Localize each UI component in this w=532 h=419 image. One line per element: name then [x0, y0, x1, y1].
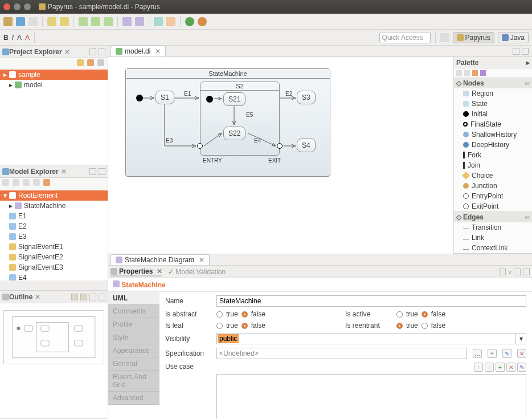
debug-icon[interactable] [198, 17, 207, 26]
add-button[interactable]: + [488, 349, 497, 358]
project-node-sample[interactable]: ▸ sample [0, 70, 108, 80]
palette-collapse-icon[interactable]: ▸ [526, 59, 530, 67]
palette-item[interactable]: Junction [454, 181, 532, 191]
state-s3[interactable]: S3 [297, 91, 316, 104]
palette-section-nodes[interactable]: ◇Nodes∞ [454, 78, 532, 88]
sidetab-profile[interactable]: Profile [108, 318, 159, 331]
me-tool-icon[interactable] [13, 179, 19, 186]
zoom-icon[interactable] [154, 17, 163, 26]
radio-abstract-true[interactable] [216, 311, 223, 318]
sidetab-general[interactable]: General [108, 357, 159, 371]
palette-item[interactable]: FinalState [454, 119, 532, 129]
edit-button[interactable]: ✎ [517, 363, 526, 372]
exit-point[interactable] [277, 143, 283, 149]
palette-item[interactable]: ContextLink [454, 243, 532, 253]
save-icon[interactable] [16, 17, 25, 26]
editor-tab-model[interactable]: model.di ✕ [111, 46, 166, 56]
up-button[interactable]: ↑ [474, 363, 483, 372]
close-tab-icon[interactable]: ✕ [199, 256, 204, 264]
sidetab-rulers[interactable]: Rulers And Grid [108, 371, 159, 392]
me-tool-icon[interactable] [23, 179, 30, 186]
palette-item[interactable]: DeepHistory [454, 140, 532, 150]
add-button[interactable]: + [496, 363, 505, 372]
palette-item[interactable]: Join [454, 160, 532, 170]
close-view-icon[interactable]: ✕ [64, 48, 70, 56]
palette-item[interactable]: Choice [454, 170, 532, 181]
marquee-tool-icon[interactable] [464, 70, 470, 76]
tab-properties[interactable]: Properties ✕ [111, 267, 162, 276]
diagram-tab[interactable]: StateMachine Diagram ✕ [111, 254, 210, 265]
sidetab-advanced[interactable]: Advanced [108, 392, 159, 405]
tab-model-validation[interactable]: ✓ Model Validation [168, 268, 226, 276]
note-tool-icon[interactable] [480, 70, 486, 76]
entry-point[interactable] [197, 143, 203, 149]
palette-item[interactable]: Fork [454, 150, 532, 160]
window-maximize-icon[interactable] [24, 3, 31, 10]
maximize-view-icon[interactable] [99, 168, 105, 175]
project-node-model[interactable]: ▸ model [0, 80, 108, 90]
outline-tree-icon[interactable] [71, 294, 78, 300]
minimize-view-icon[interactable] [89, 48, 96, 55]
minimize-view-icon[interactable] [89, 294, 96, 300]
new-view-icon[interactable] [499, 269, 506, 275]
palette-item[interactable]: Initial [454, 109, 532, 119]
palette-item[interactable]: ShallowHistory [454, 129, 532, 140]
close-tab-icon[interactable]: ✕ [155, 47, 161, 55]
sidetab-uml[interactable]: UML [108, 292, 159, 305]
browse-button[interactable]: … [473, 349, 482, 358]
model-root-node[interactable]: ▾ RootElement [0, 190, 108, 201]
grid-icon[interactable] [166, 17, 175, 26]
bold-icon[interactable]: B [3, 34, 9, 42]
outline-thumb-icon[interactable] [80, 294, 87, 300]
initial-node[interactable] [206, 96, 213, 103]
state-s4[interactable]: S4 [297, 139, 316, 152]
state-s1[interactable]: S1 [155, 91, 174, 104]
maximize-editor-icon[interactable] [522, 48, 529, 55]
palette-item[interactable]: Transition [454, 222, 532, 233]
save-all-icon[interactable] [28, 17, 38, 26]
font-color-icon[interactable]: A [25, 34, 30, 42]
me-tool-icon[interactable] [2, 179, 9, 186]
maximize-view-icon[interactable] [99, 48, 105, 55]
palette-item[interactable]: Region [454, 88, 532, 99]
close-view-icon[interactable]: ✕ [157, 267, 162, 275]
palette-item[interactable]: EntryPoint [454, 191, 532, 201]
state-s2-composite[interactable]: S2 S21 S22 E5 [200, 82, 280, 156]
palette-item[interactable]: State [454, 99, 532, 109]
zoom-tool-icon[interactable] [472, 70, 478, 76]
down-button[interactable]: ↓ [485, 363, 494, 372]
align-center-icon[interactable] [91, 17, 100, 26]
minimize-view-icon[interactable] [89, 168, 96, 175]
palette-section-edges[interactable]: ◇Edges∞ [454, 212, 532, 222]
match-size-icon[interactable] [135, 17, 144, 26]
open-perspective-icon[interactable] [440, 33, 449, 42]
view-menu-icon[interactable] [97, 59, 104, 66]
select-tool-icon[interactable] [456, 70, 462, 76]
name-input[interactable] [216, 295, 526, 307]
minimize-editor-icon[interactable] [513, 48, 519, 55]
perspective-papyrus[interactable]: Papyrus [453, 32, 494, 43]
link-editor-icon[interactable] [87, 59, 94, 66]
view-menu-icon[interactable]: ▿ [508, 268, 511, 276]
sidetab-comments[interactable]: Comments [108, 305, 159, 318]
use-case-list[interactable] [216, 374, 526, 419]
model-node[interactable]: E2 [0, 221, 108, 231]
sidetab-style[interactable]: Style [108, 331, 159, 344]
align-left-icon[interactable] [79, 17, 88, 26]
radio-reentrant-false[interactable] [421, 323, 428, 329]
new-icon[interactable] [3, 17, 13, 26]
maximize-view-icon[interactable] [523, 269, 530, 275]
close-view-icon[interactable]: ✕ [35, 293, 40, 301]
undo-icon[interactable] [47, 17, 56, 26]
model-node[interactable]: E1 [0, 211, 108, 221]
perspective-java[interactable]: Java [498, 32, 529, 43]
me-tool-icon[interactable] [33, 179, 40, 186]
window-close-icon[interactable] [3, 3, 10, 10]
chevron-down-icon[interactable]: ▾ [515, 333, 526, 344]
model-node[interactable]: ▸StateMachine [0, 201, 108, 211]
diagram-canvas[interactable]: StateMachine S1 S2 S21 S22 E5 ENTRY EXIT… [108, 57, 453, 254]
model-node[interactable]: E4 [0, 272, 108, 280]
radio-reentrant-true[interactable] [396, 323, 403, 329]
model-node[interactable]: E3 [0, 231, 108, 242]
remove-button[interactable]: ✕ [506, 363, 515, 372]
